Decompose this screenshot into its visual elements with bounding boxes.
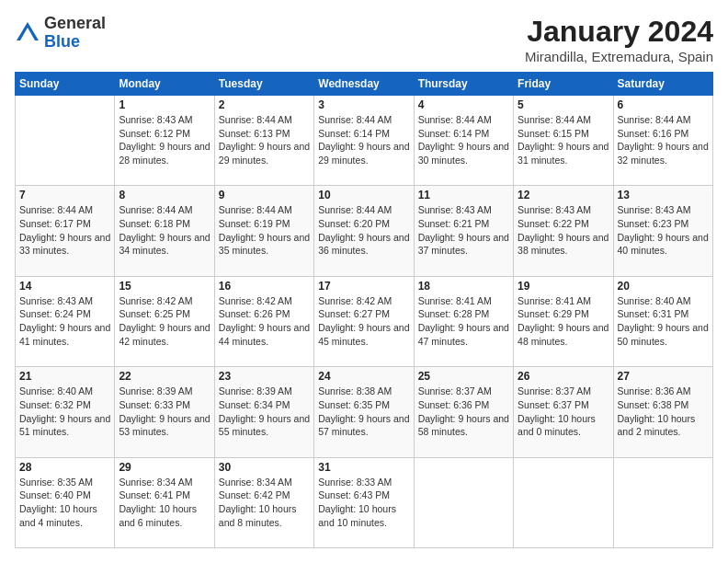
day-info: Sunrise: 8:36 AM Sunset: 6:38 PM Dayligh… [618, 385, 709, 439]
day-info: Sunrise: 8:44 AM Sunset: 6:20 PM Dayligh… [318, 203, 409, 258]
sunrise: Sunrise: 8:43 AM [518, 204, 591, 215]
daylight: Daylight: 9 hours and 35 minutes. [219, 232, 310, 257]
table-row: 16 Sunrise: 8:42 AM Sunset: 6:26 PM Dayl… [214, 276, 313, 366]
day-info: Sunrise: 8:42 AM Sunset: 6:27 PM Dayligh… [318, 294, 409, 349]
day-number: 24 [318, 370, 409, 383]
table-row [613, 457, 712, 547]
table-row: 17 Sunrise: 8:42 AM Sunset: 6:27 PM Dayl… [314, 276, 414, 366]
table-row: 13 Sunrise: 8:43 AM Sunset: 6:23 PM Dayl… [613, 186, 712, 276]
daylight: Daylight: 9 hours and 58 minutes. [418, 413, 509, 438]
daylight: Daylight: 9 hours and 34 minutes. [119, 232, 210, 257]
day-info: Sunrise: 8:33 AM Sunset: 6:43 PM Dayligh… [318, 476, 409, 530]
day-info: Sunrise: 8:42 AM Sunset: 6:25 PM Dayligh… [119, 294, 210, 349]
daylight: Daylight: 9 hours and 29 minutes. [219, 141, 310, 166]
day-info: Sunrise: 8:37 AM Sunset: 6:37 PM Dayligh… [518, 385, 609, 439]
day-number: 30 [219, 461, 310, 474]
sunrise: Sunrise: 8:44 AM [618, 114, 691, 125]
day-info: Sunrise: 8:44 AM Sunset: 6:18 PM Dayligh… [119, 203, 210, 258]
calendar-week-row: 14 Sunrise: 8:43 AM Sunset: 6:24 PM Dayl… [16, 276, 713, 366]
day-number: 19 [518, 280, 609, 293]
sunset: Sunset: 6:27 PM [318, 308, 390, 319]
day-info: Sunrise: 8:44 AM Sunset: 6:14 PM Dayligh… [418, 113, 509, 167]
day-info: Sunrise: 8:44 AM Sunset: 6:15 PM Dayligh… [518, 113, 609, 167]
sunset: Sunset: 6:22 PM [518, 218, 589, 229]
daylight: Daylight: 9 hours and 42 minutes. [119, 322, 210, 347]
day-number: 18 [418, 280, 509, 293]
day-number: 6 [618, 98, 709, 111]
sunset: Sunset: 6:20 PM [318, 218, 390, 229]
day-number: 4 [418, 98, 509, 111]
col-wednesday: Wednesday [314, 73, 414, 96]
daylight: Daylight: 9 hours and 40 minutes. [618, 232, 709, 257]
daylight: Daylight: 9 hours and 41 minutes. [19, 322, 110, 347]
sunrise: Sunrise: 8:33 AM [318, 477, 392, 488]
sunrise: Sunrise: 8:43 AM [119, 114, 192, 125]
sunrise: Sunrise: 8:37 AM [418, 385, 492, 396]
daylight: Daylight: 9 hours and 38 minutes. [518, 232, 609, 257]
col-tuesday: Tuesday [214, 73, 313, 96]
day-number: 21 [19, 370, 110, 383]
table-row: 7 Sunrise: 8:44 AM Sunset: 6:17 PM Dayli… [16, 186, 115, 276]
table-row [514, 457, 613, 547]
day-info: Sunrise: 8:40 AM Sunset: 6:32 PM Dayligh… [19, 385, 110, 439]
sunset: Sunset: 6:14 PM [418, 128, 490, 139]
sunset: Sunset: 6:36 PM [418, 399, 490, 410]
day-info: Sunrise: 8:44 AM Sunset: 6:13 PM Dayligh… [219, 113, 310, 167]
day-info: Sunrise: 8:34 AM Sunset: 6:41 PM Dayligh… [119, 476, 210, 530]
table-row: 14 Sunrise: 8:43 AM Sunset: 6:24 PM Dayl… [16, 276, 115, 366]
sunrise: Sunrise: 8:43 AM [418, 204, 492, 215]
sunset: Sunset: 6:17 PM [19, 218, 91, 229]
day-info: Sunrise: 8:39 AM Sunset: 6:33 PM Dayligh… [119, 385, 210, 439]
col-monday: Monday [115, 73, 214, 96]
day-number: 13 [618, 189, 709, 201]
day-info: Sunrise: 8:43 AM Sunset: 6:22 PM Dayligh… [518, 203, 609, 258]
sunset: Sunset: 6:16 PM [618, 128, 689, 139]
table-row: 27 Sunrise: 8:36 AM Sunset: 6:38 PM Dayl… [613, 367, 712, 457]
table-row: 11 Sunrise: 8:43 AM Sunset: 6:21 PM Dayl… [414, 186, 513, 276]
calendar-header-row: Sunday Monday Tuesday Wednesday Thursday… [16, 73, 713, 96]
day-number: 3 [318, 98, 409, 111]
table-row: 18 Sunrise: 8:41 AM Sunset: 6:28 PM Dayl… [414, 276, 513, 366]
table-row: 28 Sunrise: 8:35 AM Sunset: 6:40 PM Dayl… [16, 457, 115, 547]
sunrise: Sunrise: 8:37 AM [518, 385, 591, 396]
day-info: Sunrise: 8:37 AM Sunset: 6:36 PM Dayligh… [418, 385, 509, 439]
sunset: Sunset: 6:25 PM [119, 308, 190, 319]
day-number: 1 [119, 98, 210, 111]
table-row: 22 Sunrise: 8:39 AM Sunset: 6:33 PM Dayl… [115, 367, 214, 457]
sunset: Sunset: 6:18 PM [119, 218, 190, 229]
table-row: 24 Sunrise: 8:38 AM Sunset: 6:35 PM Dayl… [314, 367, 414, 457]
day-info: Sunrise: 8:41 AM Sunset: 6:29 PM Dayligh… [518, 294, 609, 349]
sunrise: Sunrise: 8:40 AM [618, 295, 691, 306]
sunrise: Sunrise: 8:34 AM [219, 477, 292, 488]
sunrise: Sunrise: 8:44 AM [318, 114, 392, 125]
sunrise: Sunrise: 8:39 AM [119, 385, 192, 396]
table-row [16, 96, 115, 186]
daylight: Daylight: 9 hours and 44 minutes. [219, 322, 310, 347]
day-info: Sunrise: 8:43 AM Sunset: 6:21 PM Dayligh… [418, 203, 509, 258]
daylight: Daylight: 10 hours and 6 minutes. [119, 503, 197, 528]
logo-icon [15, 20, 40, 46]
sunset: Sunset: 6:29 PM [518, 308, 589, 319]
daylight: Daylight: 9 hours and 57 minutes. [318, 413, 409, 438]
sunset: Sunset: 6:15 PM [518, 128, 589, 139]
daylight: Daylight: 9 hours and 31 minutes. [518, 141, 609, 166]
sunrise: Sunrise: 8:44 AM [119, 204, 192, 215]
day-number: 22 [119, 370, 210, 383]
daylight: Daylight: 9 hours and 33 minutes. [19, 232, 110, 257]
sunset: Sunset: 6:14 PM [318, 128, 390, 139]
sunrise: Sunrise: 8:34 AM [119, 477, 192, 488]
day-info: Sunrise: 8:34 AM Sunset: 6:42 PM Dayligh… [219, 476, 310, 530]
day-number: 7 [19, 189, 110, 201]
daylight: Daylight: 9 hours and 55 minutes. [219, 413, 310, 438]
sunset: Sunset: 6:13 PM [219, 128, 290, 139]
daylight: Daylight: 9 hours and 45 minutes. [318, 322, 409, 347]
table-row: 6 Sunrise: 8:44 AM Sunset: 6:16 PM Dayli… [613, 96, 712, 186]
day-number: 10 [318, 189, 409, 201]
daylight: Daylight: 9 hours and 36 minutes. [318, 232, 409, 257]
table-row: 19 Sunrise: 8:41 AM Sunset: 6:29 PM Dayl… [514, 276, 613, 366]
daylight: Daylight: 9 hours and 47 minutes. [418, 322, 509, 347]
sunrise: Sunrise: 8:42 AM [119, 295, 192, 306]
daylight: Daylight: 9 hours and 50 minutes. [618, 322, 709, 347]
sunrise: Sunrise: 8:39 AM [219, 385, 292, 396]
col-saturday: Saturday [613, 73, 712, 96]
